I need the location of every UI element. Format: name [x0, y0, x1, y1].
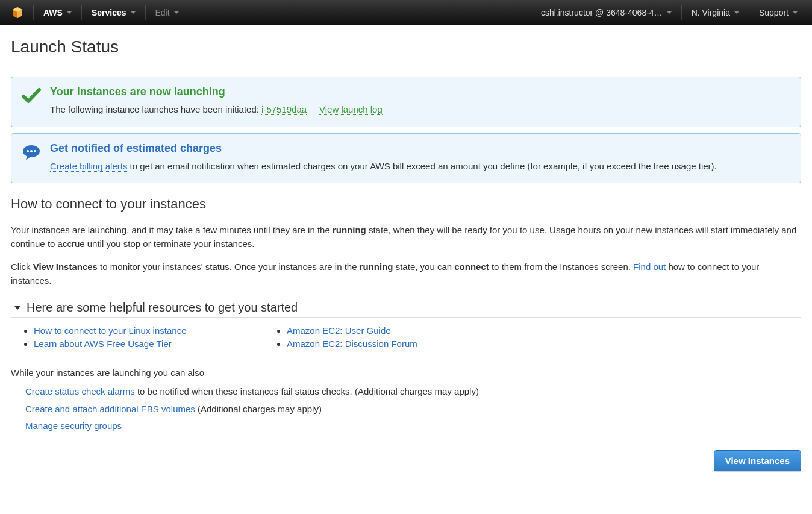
main-content: Launch Status Your instances are now lau…	[0, 25, 812, 489]
instance-id-link[interactable]: i-57519daa	[261, 104, 307, 115]
billing-alert-title: Get notified of estimated charges	[50, 142, 791, 155]
nav-separator	[681, 5, 682, 20]
nav-separator	[749, 5, 749, 20]
nav-edit-label: Edit	[155, 8, 170, 17]
create-status-alarms-link[interactable]: Create status check alarms	[25, 386, 135, 396]
connect-p1: Your instances are launching, and it may…	[11, 224, 801, 251]
caret-down-icon	[174, 11, 179, 14]
aws-logo-icon[interactable]	[9, 4, 26, 21]
caret-down-icon	[793, 11, 798, 14]
create-billing-alerts-link[interactable]: Create billing alerts	[50, 161, 127, 172]
also-item: Create and attach additional EBS volumes…	[25, 403, 801, 416]
caret-down-icon	[131, 11, 136, 14]
caret-down-icon	[67, 11, 72, 14]
resource-link[interactable]: Amazon EC2: Discussion Forum	[287, 339, 417, 349]
svg-point-5	[27, 150, 29, 152]
also-heading: While your instances are launching you c…	[11, 368, 801, 378]
nav-account[interactable]: cshl.instructor @ 3648-4068-4…	[532, 0, 680, 25]
launch-success-title: Your instances are now launching	[50, 86, 791, 98]
nav-account-label: cshl.instructor @ 3648-4068-4…	[541, 8, 663, 17]
connect-heading: How to connect to your instances	[11, 196, 801, 216]
also-list: Create status check alarms to be notifie…	[25, 385, 801, 433]
footer-bar: View Instances	[11, 450, 801, 471]
manage-security-groups-link[interactable]: Manage security groups	[25, 421, 122, 431]
launch-success-text: The following instance launches have bee…	[50, 103, 791, 117]
resources-heading-row[interactable]: Here are some helpful resources to get y…	[11, 301, 801, 318]
nav-edit[interactable]: Edit	[147, 0, 187, 25]
also-item: Manage security groups	[25, 419, 801, 433]
resources-col1: How to connect to your Linux instance Le…	[23, 322, 276, 352]
page-title: Launch Status	[11, 37, 801, 63]
nav-support[interactable]: Support	[751, 0, 806, 25]
nav-separator	[81, 5, 82, 20]
resources-columns: How to connect to your Linux instance Le…	[23, 322, 801, 352]
nav-separator	[33, 5, 34, 20]
svg-point-6	[30, 150, 33, 152]
svg-point-7	[34, 150, 36, 152]
speech-bubble-icon	[21, 142, 50, 174]
billing-alert: Get notified of estimated charges Create…	[11, 133, 801, 184]
view-instances-button[interactable]: View Instances	[714, 450, 801, 471]
resources-heading: Here are some helpful resources to get y…	[27, 301, 298, 315]
nav-aws-label: AWS	[43, 8, 63, 17]
launch-success-text-before: The following instance launches have bee…	[50, 104, 261, 114]
nav-services[interactable]: Services	[83, 0, 144, 25]
caret-down-icon	[734, 11, 739, 14]
check-icon	[21, 86, 50, 117]
nav-aws[interactable]: AWS	[35, 0, 80, 25]
nav-region[interactable]: N. Virginia	[683, 0, 748, 25]
billing-alert-text: Create billing alerts to get an email no…	[50, 160, 791, 174]
top-nav-bar: AWS Services Edit cshl.instructor @ 3648…	[0, 0, 812, 25]
launch-success-alert: Your instances are now launching The fol…	[11, 77, 801, 127]
find-out-link[interactable]: Find out	[633, 262, 666, 272]
triangle-down-icon	[14, 306, 20, 310]
nav-support-label: Support	[759, 8, 789, 17]
billing-alert-text-after: to get an email notification when estima…	[127, 161, 716, 171]
resources-col2: Amazon EC2: User Guide Amazon EC2: Discu…	[276, 322, 529, 352]
caret-down-icon	[667, 11, 672, 14]
create-ebs-volumes-link[interactable]: Create and attach additional EBS volumes	[25, 404, 195, 414]
also-item: Create status check alarms to be notifie…	[25, 385, 801, 399]
resource-link[interactable]: Learn about AWS Free Usage Tier	[34, 339, 172, 349]
view-launch-log-link[interactable]: View launch log	[319, 104, 383, 115]
nav-services-label: Services	[92, 8, 126, 17]
resource-link[interactable]: Amazon EC2: User Guide	[287, 325, 391, 336]
connect-p2: Click View Instances to monitor your ins…	[11, 260, 801, 287]
resource-link[interactable]: How to connect to your Linux instance	[34, 325, 186, 336]
nav-separator	[145, 5, 146, 20]
nav-region-label: N. Virginia	[692, 8, 730, 17]
